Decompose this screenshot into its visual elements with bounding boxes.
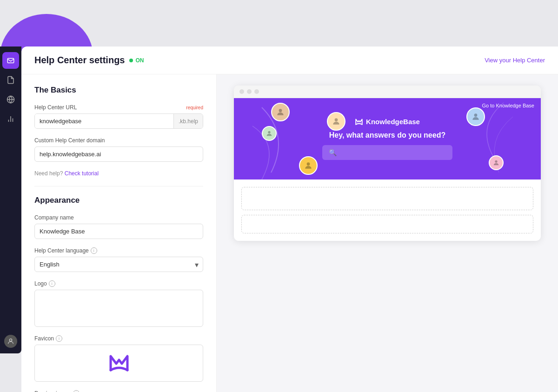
svg-point-12 (307, 162, 310, 166)
basics-section-title: The Basics (34, 86, 203, 95)
logo-label: Logo i (34, 280, 203, 287)
avatar-decor-4 (489, 155, 504, 170)
language-select-wrapper: English French German Spanish Portuguese… (34, 257, 203, 272)
preview-hero-text: Hey, what answers do you need? (329, 131, 445, 140)
sidebar-bottom (4, 335, 17, 348)
favicon-logo-svg (108, 353, 130, 373)
section-divider (34, 186, 203, 186)
url-input-wrapper: .kb.help (34, 113, 203, 129)
favicon-label: Favicon i (34, 335, 203, 342)
preview-image-label: Preview image i (34, 390, 203, 392)
header: Help Center settings ON View your Help C… (21, 47, 558, 74)
url-input[interactable] (35, 114, 173, 128)
svg-point-11 (335, 118, 338, 121)
avatar-decor-5 (327, 112, 345, 131)
preview-image-form-group: Preview image i (34, 390, 203, 392)
sidebar-icon-globe[interactable] (2, 91, 19, 108)
logo-form-group: Logo i (34, 280, 203, 327)
sidebar-icon-chart[interactable] (2, 111, 19, 127)
svg-point-10 (495, 160, 497, 163)
appearance-section-title: Appearance (34, 196, 203, 205)
company-name-input[interactable] (34, 224, 203, 239)
preview-card-1 (241, 187, 533, 210)
preview-logo-row: KnowledgeBase (355, 118, 420, 126)
avatar-decor-1 (271, 103, 290, 121)
logo-upload-area[interactable] (34, 290, 203, 327)
status-badge: ON (129, 57, 144, 64)
favicon-info-icon[interactable]: i (56, 335, 62, 342)
basics-section: The Basics Help Center URL required .kb.… (34, 86, 203, 177)
check-tutorial-link[interactable]: Check tutorial (65, 170, 99, 177)
body-layout: The Basics Help Center URL required .kb.… (21, 74, 558, 392)
language-label: Help Center language i (34, 247, 203, 254)
helper-text: Need help? Check tutorial (34, 170, 203, 177)
language-select[interactable]: English French German Spanish Portuguese (34, 257, 203, 272)
appearance-section: Appearance Company name Help Center lang… (34, 196, 203, 392)
browser-dot-2 (247, 89, 252, 94)
browser-dot-3 (254, 89, 259, 94)
svg-point-9 (474, 113, 478, 117)
preview-search-bar: 🔍 (322, 145, 452, 160)
preview-image-info-icon[interactable]: i (73, 390, 80, 392)
domain-input[interactable] (34, 146, 203, 162)
logo-info-icon[interactable]: i (49, 280, 55, 287)
svg-point-6 (9, 339, 12, 341)
sidebar (0, 47, 21, 353)
company-name-form-group: Company name (34, 214, 203, 239)
avatar-decor-6 (299, 156, 318, 175)
page-title: Help Center settings (34, 55, 125, 66)
preview-container: Go to Knowledge Base KnowledgeBase Hey, … (234, 86, 541, 241)
browser-bar (234, 86, 541, 98)
preview-cards (234, 179, 541, 241)
domain-form-group: Custom Help Center domain (34, 137, 203, 162)
browser-dot-1 (239, 89, 244, 94)
main-content: Help Center settings ON View your Help C… (21, 47, 558, 392)
favicon-upload-area[interactable] (34, 345, 203, 382)
url-form-group: Help Center URL required .kb.help (34, 104, 203, 129)
company-name-label: Company name (34, 214, 203, 221)
status-label: ON (135, 57, 144, 64)
domain-label: Custom Help Center domain (34, 137, 203, 144)
preview-logo-text: KnowledgeBase (366, 118, 420, 126)
goto-kb-label: Go to Knowledge Base (482, 103, 534, 108)
view-help-center-link[interactable]: View your Help Center (485, 57, 545, 64)
language-info-icon[interactable]: i (91, 247, 97, 254)
svg-rect-0 (7, 59, 14, 63)
right-panel: Go to Knowledge Base KnowledgeBase Hey, … (217, 74, 558, 392)
left-panel: The Basics Help Center URL required .kb.… (21, 74, 217, 392)
url-suffix: .kb.help (173, 114, 203, 128)
header-left: Help Center settings ON (34, 55, 144, 66)
sidebar-icon-mail[interactable] (2, 52, 19, 69)
sidebar-avatar[interactable] (4, 335, 17, 348)
preview-hero: Go to Knowledge Base KnowledgeBase Hey, … (234, 98, 541, 179)
url-label: Help Center URL required (34, 104, 203, 111)
preview-logo-icon (355, 118, 363, 126)
avatar-decor-3 (466, 107, 485, 126)
status-dot (129, 59, 133, 62)
sidebar-icon-document[interactable] (2, 72, 19, 88)
required-marker: required (186, 105, 203, 110)
avatar-decor-2 (262, 126, 277, 141)
svg-point-7 (279, 109, 282, 112)
preview-card-2 (241, 215, 533, 233)
favicon-form-group: Favicon i (34, 335, 203, 382)
language-form-group: Help Center language i English French Ge… (34, 247, 203, 272)
svg-point-8 (268, 131, 270, 133)
preview-search-icon: 🔍 (329, 149, 337, 156)
